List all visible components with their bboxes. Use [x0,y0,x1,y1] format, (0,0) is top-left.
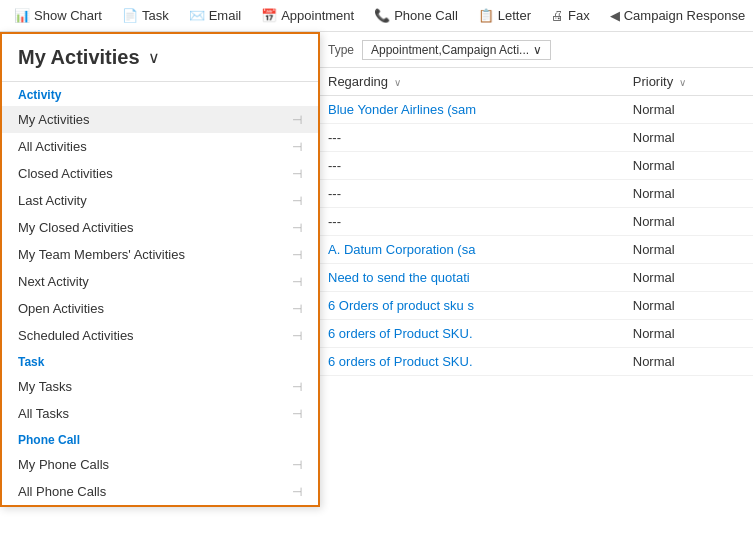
pin-icon: ⊣ [292,167,302,181]
table-row: ---Normal [320,208,753,236]
cell-priority: Normal [625,236,753,264]
regarding-link[interactable]: A. Datum Corporation (sa [328,242,475,257]
dropdown-panel: My Activities ∨ Activity My Activities⊣A… [0,32,320,507]
cell-regarding: --- [320,124,625,152]
nav-item-fax[interactable]: 🖨Fax [541,0,600,32]
dropdown-item-label: Open Activities [18,301,104,316]
dropdown-item[interactable]: My Phone Calls⊣ [2,451,318,478]
pin-icon: ⊣ [292,275,302,289]
dropdown-item[interactable]: My Tasks⊣ [2,373,318,400]
dropdown-item-label: My Team Members' Activities [18,247,185,262]
phone-call-label: Phone Call [394,8,458,23]
nav-item-letter[interactable]: 📋Letter [468,0,541,32]
phone-call-icon: 📞 [374,8,390,23]
email-label: Email [209,8,242,23]
type-filter-dropdown[interactable]: Appointment,Campaign Acti... ∨ [362,40,551,60]
cell-priority: Normal [625,208,753,236]
section-task-header: Task [2,349,318,373]
cell-priority: Normal [625,180,753,208]
cell-regarding[interactable]: 6 Orders of product sku s [320,292,625,320]
table-row: Blue Yonder Airlines (samNormal [320,96,753,124]
regarding-link[interactable]: Blue Yonder Airlines (sam [328,102,476,117]
cell-priority: Normal [625,348,753,376]
table-row: ---Normal [320,124,753,152]
cell-priority: Normal [625,320,753,348]
dropdown-item[interactable]: My Closed Activities⊣ [2,214,318,241]
filter-chevron-icon: ∨ [533,43,542,57]
dropdown-item[interactable]: My Team Members' Activities⊣ [2,241,318,268]
nav-item-phone-call[interactable]: 📞Phone Call [364,0,468,32]
task-label: Task [142,8,169,23]
chevron-down-icon[interactable]: ∨ [148,48,160,67]
pin-icon: ⊣ [292,221,302,235]
dropdown-item[interactable]: Closed Activities⊣ [2,160,318,187]
task-icon: 📄 [122,8,138,23]
dropdown-item-label: All Phone Calls [18,484,106,499]
activity-items: My Activities⊣All Activities⊣Closed Acti… [2,106,318,349]
table-row: A. Datum Corporation (saNormal [320,236,753,264]
cell-regarding: --- [320,208,625,236]
regarding-link[interactable]: Need to send the quotati [328,270,470,285]
pin-icon: ⊣ [292,329,302,343]
regarding-link[interactable]: 6 orders of Product SKU. [328,326,473,341]
cell-priority: Normal [625,292,753,320]
pin-icon: ⊣ [292,194,302,208]
section-activity-header: Activity [2,82,318,106]
show-chart-label: Show Chart [34,8,102,23]
letter-label: Letter [498,8,531,23]
col-priority[interactable]: Priority ∨ [625,68,753,96]
dropdown-item[interactable]: All Activities⊣ [2,133,318,160]
dropdown-item-label: Last Activity [18,193,87,208]
cell-regarding[interactable]: A. Datum Corporation (sa [320,236,625,264]
dropdown-header[interactable]: My Activities ∨ [2,34,318,82]
cell-regarding[interactable]: Blue Yonder Airlines (sam [320,96,625,124]
regarding-link[interactable]: 6 orders of Product SKU. [328,354,473,369]
activities-table: Regarding ∨ Priority ∨ Blue Yonder Airli… [320,68,753,376]
campaign-response-label: Campaign Response [624,8,745,23]
dropdown-item-label: All Tasks [18,406,69,421]
nav-item-email[interactable]: ✉️Email [179,0,252,32]
dropdown-item[interactable]: Open Activities⊣ [2,295,318,322]
dropdown-item[interactable]: All Phone Calls⊣ [2,478,318,505]
nav-item-campaign-response[interactable]: ◀Campaign Response [600,0,753,32]
pin-icon: ⊣ [292,380,302,394]
cell-regarding[interactable]: 6 orders of Product SKU. [320,320,625,348]
table-row: ---Normal [320,180,753,208]
dropdown-title: My Activities [18,46,140,69]
dropdown-item-label: My Phone Calls [18,457,109,472]
nav-item-appointment[interactable]: 📅Appointment [251,0,364,32]
nav-item-show-chart[interactable]: 📊Show Chart [4,0,112,32]
table-row: 6 Orders of product sku sNormal [320,292,753,320]
cell-regarding: --- [320,152,625,180]
regarding-link[interactable]: 6 Orders of product sku s [328,298,474,313]
dropdown-item[interactable]: Last Activity⊣ [2,187,318,214]
table-row: 6 orders of Product SKU.Normal [320,320,753,348]
right-content: Type Appointment,Campaign Acti... ∨ Rega… [320,32,753,536]
dropdown-item[interactable]: My Activities⊣ [2,106,318,133]
regarding-sort-icon: ∨ [394,77,401,88]
dropdown-item[interactable]: All Tasks⊣ [2,400,318,427]
col-regarding[interactable]: Regarding ∨ [320,68,625,96]
type-filter-label: Type [328,43,354,57]
pin-icon: ⊣ [292,248,302,262]
nav-item-task[interactable]: 📄Task [112,0,179,32]
dropdown-item[interactable]: Scheduled Activities⊣ [2,322,318,349]
table-row: ---Normal [320,152,753,180]
main-area: My Activities ∨ Activity My Activities⊣A… [0,32,753,536]
letter-icon: 📋 [478,8,494,23]
appointment-label: Appointment [281,8,354,23]
dropdown-item[interactable]: Next Activity⊣ [2,268,318,295]
show-chart-icon: 📊 [14,8,30,23]
dropdown-item-label: My Tasks [18,379,72,394]
task-items: My Tasks⊣All Tasks⊣ [2,373,318,427]
dropdown-item-label: Next Activity [18,274,89,289]
priority-sort-icon: ∨ [679,77,686,88]
cell-regarding: --- [320,180,625,208]
appointment-icon: 📅 [261,8,277,23]
table-row: Need to send the quotatiNormal [320,264,753,292]
pin-icon: ⊣ [292,407,302,421]
cell-regarding[interactable]: Need to send the quotati [320,264,625,292]
table-row: 6 orders of Product SKU.Normal [320,348,753,376]
cell-regarding[interactable]: 6 orders of Product SKU. [320,348,625,376]
phone-items: My Phone Calls⊣All Phone Calls⊣ [2,451,318,505]
